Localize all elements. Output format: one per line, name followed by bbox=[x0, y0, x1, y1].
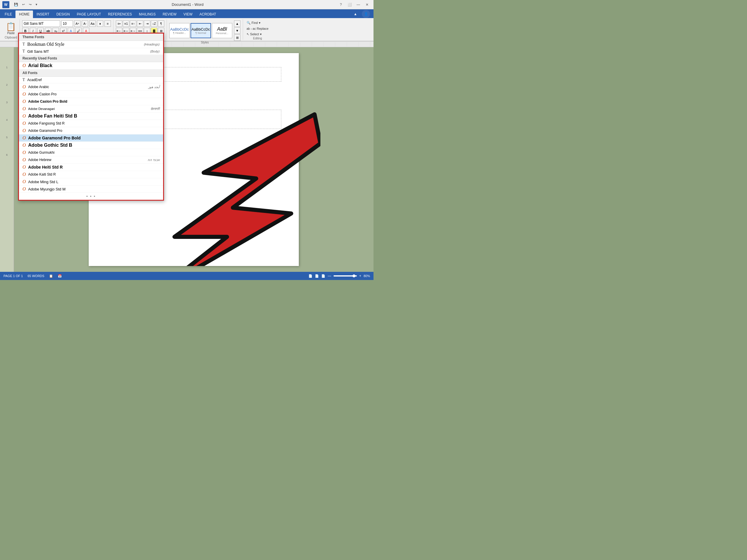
font-item-garamond-bold[interactable]: O Adobe Garamond Pro Bold bbox=[19, 134, 163, 142]
redo-btn[interactable]: ↪ bbox=[28, 2, 33, 7]
paste-button[interactable]: 📋 Paste bbox=[4, 21, 18, 36]
quick-access-toolbar: 💾 ↩ ↪ ▾ bbox=[13, 2, 38, 7]
close-btn[interactable]: ✕ bbox=[363, 1, 371, 8]
arabic-o-icon: O bbox=[23, 84, 26, 89]
replace-btn[interactable]: ab→ac Replace bbox=[246, 26, 269, 31]
select-btn[interactable]: ↖ Select ▾ bbox=[246, 32, 263, 37]
caslon-o-icon: O bbox=[23, 91, 26, 97]
font-item-gothic[interactable]: O Adobe Gothic Std B bbox=[19, 142, 163, 149]
styles-up-btn[interactable]: ▲ bbox=[234, 20, 240, 27]
clear-format-btn[interactable]: ♦ bbox=[97, 20, 103, 27]
document-view-1[interactable]: 📄 bbox=[308, 274, 312, 278]
font-size-input[interactable] bbox=[61, 20, 73, 27]
font-item-arial-black[interactable]: O Arial Black bbox=[19, 62, 163, 70]
vertical-ruler: 1 2 3 4 5 6 bbox=[0, 47, 14, 272]
para-row1: ≡• ≡1 ≡↑ ⇤ ⇥ ↕Z ¶ bbox=[116, 20, 164, 27]
font-item-hebrew[interactable]: O Adobe Hebrew אבגד הוז bbox=[19, 156, 163, 164]
tab-references[interactable]: REFERENCES bbox=[104, 10, 135, 18]
tab-file[interactable]: FILE bbox=[1, 10, 16, 18]
tab-collapse[interactable]: ▲ bbox=[350, 10, 361, 18]
font-shrink-btn[interactable]: A- bbox=[82, 20, 88, 27]
numbering-btn[interactable]: ≡1 bbox=[123, 20, 129, 27]
font-item-gillsans[interactable]: T Gill Sans MT (Body) bbox=[19, 48, 163, 55]
save-quick-btn[interactable]: 💾 bbox=[13, 2, 19, 7]
bookman-icon: T bbox=[23, 42, 25, 47]
font-item-gurmukhi[interactable]: O Adobe Gurmukhi bbox=[19, 149, 163, 156]
tab-design[interactable]: DESIGN bbox=[53, 10, 73, 18]
tab-acrobat[interactable]: ACROBAT bbox=[196, 10, 220, 18]
zoom-out-btn[interactable]: — bbox=[328, 274, 331, 278]
font-item-myung-left: O Adobe Myungjo Std M bbox=[23, 186, 66, 192]
arabic-name: Adobe Arabic bbox=[28, 85, 49, 89]
macro-icon[interactable]: 📅 bbox=[58, 274, 62, 278]
font-item-fan-heiti[interactable]: O Adobe Fan Heiti Std B bbox=[19, 113, 163, 120]
increase-indent-btn[interactable]: ⇥ bbox=[144, 20, 150, 27]
tab-insert[interactable]: INSERT bbox=[33, 10, 53, 18]
clipboard-label: Clipboard bbox=[5, 36, 17, 40]
style-aabl[interactable]: AaBl Personal... bbox=[212, 23, 232, 38]
font-item-adobe-arabic[interactable]: O Adobe Arabic أيجد هوز bbox=[19, 83, 163, 91]
gar-name: Adobe Garamond Pro bbox=[28, 129, 62, 133]
zoom-in-btn[interactable]: + bbox=[359, 274, 361, 278]
document-view-2[interactable]: 📄 bbox=[315, 274, 319, 278]
help-btn[interactable]: ? bbox=[337, 1, 345, 8]
heb-name: Adobe Hebrew bbox=[28, 158, 51, 162]
deva-o-icon: O bbox=[23, 106, 26, 111]
kaiti-name: Adobe Kaiti Std R bbox=[28, 172, 56, 177]
myung-name: Adobe Myungjo Std M bbox=[28, 187, 66, 191]
font-item-bookman[interactable]: T Bookman Old Style (Headings) bbox=[19, 41, 163, 48]
font-item-heiti[interactable]: O Adobe Heiti Std R bbox=[19, 164, 163, 171]
styles-down-btn[interactable]: ▼ bbox=[234, 27, 240, 34]
gar-o-icon: O bbox=[23, 128, 26, 133]
fonts-scroll-area[interactable]: T AcadEref O Adobe Arabic أيجد هوز O Ado… bbox=[19, 77, 163, 193]
minimize-btn[interactable]: — bbox=[354, 1, 362, 8]
more-quick-btn[interactable]: ▾ bbox=[34, 2, 38, 7]
style-aabbccdc-2[interactable]: AaBbCcDc ¶ Normal bbox=[190, 23, 211, 38]
font-item-kaiti[interactable]: O Adobe Kaiti Std R bbox=[19, 171, 163, 178]
styles-scroll: ▲ ▼ ⊞ bbox=[234, 20, 240, 41]
arial-black-o-icon: O bbox=[23, 63, 26, 68]
bullet-list-btn[interactable]: ≡ bbox=[104, 20, 111, 27]
styles-more-btn[interactable]: ⊞ bbox=[234, 34, 240, 41]
word-icon: W bbox=[2, 1, 9, 8]
show-marks-btn[interactable]: ¶ bbox=[158, 20, 164, 27]
zoom-thumb bbox=[353, 274, 355, 277]
sort-btn[interactable]: ↕Z bbox=[151, 20, 157, 27]
bullets-btn[interactable]: ≡• bbox=[116, 20, 122, 27]
font-item-gurm-left: O Adobe Gurmukhi bbox=[23, 150, 55, 155]
undo-btn[interactable]: ↩ bbox=[21, 2, 26, 7]
decrease-indent-btn[interactable]: ⇤ bbox=[137, 20, 143, 27]
heiti-name: Adobe Heiti Std R bbox=[28, 165, 63, 169]
ribbon-tabs: FILE HOME INSERT DESIGN PAGE LAYOUT REFE… bbox=[0, 9, 374, 18]
tab-home[interactable]: HOME bbox=[16, 10, 33, 18]
document-view-3[interactable]: 📄 bbox=[321, 274, 325, 278]
zoom-slider[interactable] bbox=[334, 275, 357, 276]
font-grow-btn[interactable]: A+ bbox=[74, 20, 80, 27]
proofing-icon[interactable]: 📋 bbox=[49, 274, 53, 278]
font-name-input[interactable] bbox=[22, 20, 60, 27]
tab-review[interactable]: REVIEW bbox=[159, 10, 180, 18]
styles-label: Styles bbox=[201, 41, 209, 45]
acaderef-t-icon: T bbox=[23, 78, 25, 82]
restore-btn[interactable]: ⬜ bbox=[345, 1, 354, 8]
tab-mailings[interactable]: MAILINGS bbox=[135, 10, 159, 18]
font-item-caslon-bold[interactable]: O Adobe Caslon Pro Bold bbox=[19, 98, 163, 105]
gothic-o-icon: O bbox=[23, 143, 26, 148]
font-item-myungjo[interactable]: O Adobe Myungjo Std M bbox=[19, 186, 163, 193]
font-item-devanagari[interactable]: O Adobe Devanagari देवनागरि bbox=[19, 105, 163, 113]
font-item-fangsong[interactable]: O Adobe Fangsong Std R bbox=[19, 120, 163, 127]
gurm-o-icon: O bbox=[23, 150, 26, 155]
font-item-acaderef[interactable]: T AcadEref bbox=[19, 77, 163, 83]
styles-content: AaBbCcDc ¶ Header... AaBbCcDc ¶ Normal A… bbox=[169, 19, 240, 41]
font-item-gar-left: O Adobe Garamond Pro bbox=[23, 128, 62, 133]
multilevel-btn[interactable]: ≡↑ bbox=[130, 20, 136, 27]
tab-pagelayout[interactable]: PAGE LAYOUT bbox=[73, 10, 104, 18]
change-case-btn[interactable]: Aa bbox=[89, 20, 96, 27]
garbold-name: Adobe Garamond Pro Bold bbox=[28, 136, 81, 140]
tab-view[interactable]: VIEW bbox=[180, 10, 196, 18]
font-item-ming[interactable]: O Adobe Ming Std L bbox=[19, 178, 163, 186]
find-btn[interactable]: 🔍 Find ▾ bbox=[246, 20, 262, 25]
font-item-garamond[interactable]: O Adobe Garamond Pro bbox=[19, 127, 163, 134]
style-aabbccdc-1[interactable]: AaBbCcDc ¶ Header... bbox=[169, 23, 190, 38]
font-item-caslon[interactable]: O Adobe Caslon Pro bbox=[19, 91, 163, 98]
